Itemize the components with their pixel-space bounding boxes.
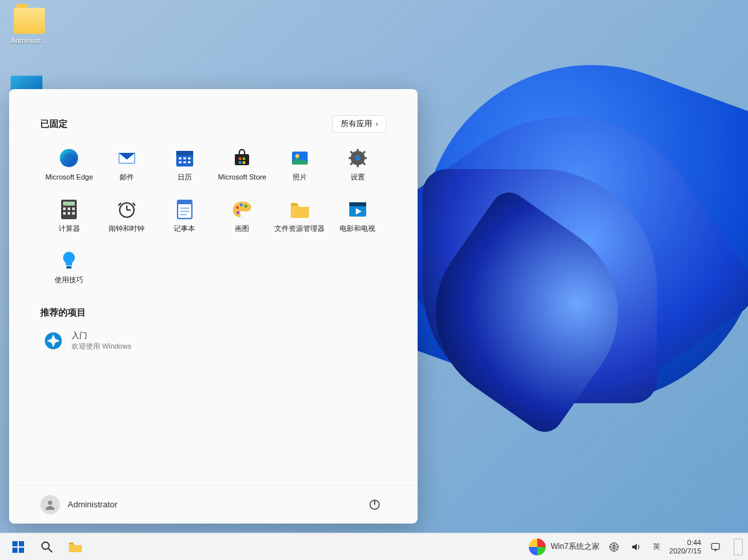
- folder-icon: [289, 198, 311, 220]
- clock-time: 0:44: [669, 539, 701, 547]
- chevron-right-icon: ›: [376, 120, 378, 127]
- svg-rect-32: [68, 212, 70, 215]
- pinned-app-label: 邮件: [120, 173, 134, 181]
- notepad-icon: [174, 198, 196, 220]
- power-icon: [369, 499, 381, 511]
- taskbar-explorer[interactable]: [62, 536, 88, 558]
- user-account-button[interactable]: Administrator: [40, 495, 118, 514]
- pinned-header: 已固定 所有应用 ›: [40, 115, 386, 133]
- svg-rect-4: [183, 157, 186, 159]
- svg-rect-13: [243, 161, 245, 164]
- pinned-app-label: 设置: [351, 173, 365, 181]
- svg-point-45: [237, 211, 240, 215]
- mail-icon: [116, 147, 138, 169]
- pinned-app-explorer[interactable]: 文件资源管理器: [271, 194, 329, 237]
- desktop-icon-label: Administr…: [7, 36, 52, 44]
- store-icon: [231, 147, 253, 169]
- folder-icon: [14, 8, 45, 34]
- movies-icon: [347, 198, 369, 220]
- taskbar: Win7系统之家 英 0:44 2020/7/15: [0, 533, 748, 560]
- pinned-app-mail[interactable]: 邮件: [98, 143, 156, 185]
- recommended-section: 推荐的项目 入门 欢迎使用 Windows: [40, 307, 386, 356]
- recommended-item-getstarted[interactable]: 入门 欢迎使用 Windows: [40, 325, 386, 356]
- svg-rect-30: [72, 207, 75, 210]
- svg-rect-5: [188, 157, 191, 159]
- pinned-app-photos[interactable]: 照片: [271, 143, 329, 185]
- svg-rect-18: [356, 149, 358, 152]
- svg-rect-2: [176, 151, 193, 155]
- pinned-app-label: 画图: [235, 224, 249, 233]
- pinned-title: 已固定: [40, 118, 68, 130]
- pinned-app-calculator[interactable]: 计算器: [40, 194, 98, 237]
- tray-ime[interactable]: 英: [650, 540, 663, 553]
- tray-network-icon[interactable]: [606, 540, 622, 553]
- all-apps-button[interactable]: 所有应用 ›: [332, 115, 386, 133]
- pinned-app-label: 文件资源管理器: [274, 224, 325, 233]
- pinned-app-label: 闹钟和时钟: [109, 224, 144, 233]
- pinned-app-paint[interactable]: 画图: [213, 194, 271, 237]
- svg-rect-49: [66, 266, 72, 269]
- svg-point-44: [245, 205, 248, 208]
- svg-rect-7: [183, 161, 186, 163]
- svg-rect-20: [349, 157, 352, 159]
- taskbar-clock[interactable]: 0:44 2020/7/15: [669, 539, 701, 555]
- user-name: Administrator: [68, 500, 118, 509]
- desktop: Administr… 已固定 所有应用 › Microsoft Edge: [0, 0, 748, 560]
- svg-rect-9: [235, 154, 249, 165]
- pinned-app-label: Microsoft Edge: [46, 173, 93, 181]
- pinned-app-label: 照片: [293, 173, 307, 181]
- svg-rect-56: [19, 541, 24, 546]
- pinned-app-tips[interactable]: 使用技巧: [40, 246, 98, 288]
- palette-icon: [231, 198, 253, 220]
- pinned-app-store[interactable]: Microsoft Store: [213, 143, 271, 185]
- get-started-icon: [43, 330, 64, 351]
- pinned-app-label: 使用技巧: [55, 276, 83, 284]
- pinned-app-calendar[interactable]: 日历: [155, 143, 213, 185]
- svg-rect-62: [712, 543, 719, 549]
- svg-rect-47: [349, 202, 366, 206]
- svg-rect-55: [12, 541, 18, 546]
- pinned-app-label: 计算器: [59, 224, 80, 233]
- svg-point-42: [236, 206, 239, 209]
- search-icon: [40, 540, 53, 553]
- desktop-icon-folder[interactable]: Administr…: [7, 8, 52, 44]
- svg-rect-3: [179, 157, 181, 159]
- svg-rect-21: [364, 157, 367, 159]
- clock-date: 2020/7/15: [669, 547, 701, 555]
- power-button[interactable]: [363, 493, 386, 516]
- svg-rect-6: [179, 161, 181, 163]
- svg-rect-38: [178, 200, 192, 204]
- search-button[interactable]: [34, 536, 60, 558]
- clock-icon: [116, 198, 138, 220]
- edge-icon: [58, 147, 80, 169]
- watermark: Win7系统之家: [529, 539, 600, 555]
- pinned-app-label: Microsoft Store: [218, 173, 266, 181]
- folder-icon: [68, 540, 83, 553]
- watermark-logo-icon: [529, 539, 546, 555]
- svg-rect-31: [63, 212, 66, 215]
- svg-rect-58: [19, 548, 24, 553]
- pinned-app-edge[interactable]: Microsoft Edge: [40, 143, 98, 185]
- photos-icon: [289, 147, 311, 169]
- svg-point-43: [240, 204, 243, 207]
- lightbulb-icon: [58, 250, 80, 272]
- svg-point-17: [355, 155, 360, 161]
- pinned-app-movies[interactable]: 电影和电视: [328, 194, 386, 237]
- pinned-app-notepad[interactable]: 记事本: [155, 194, 213, 237]
- tray-volume-icon[interactable]: [628, 540, 644, 553]
- watermark-text: Win7系统之家: [551, 542, 600, 551]
- svg-point-52: [48, 500, 52, 504]
- windows-logo-icon: [12, 540, 25, 553]
- tray-notifications-icon[interactable]: [708, 540, 723, 553]
- svg-line-60: [49, 548, 53, 552]
- recommended-item-subtitle: 欢迎使用 Windows: [72, 341, 131, 351]
- svg-rect-12: [239, 161, 241, 164]
- start-button[interactable]: [5, 536, 31, 558]
- svg-rect-11: [243, 157, 245, 160]
- pinned-app-settings[interactable]: 设置: [328, 143, 386, 185]
- show-desktop-button[interactable]: [734, 539, 743, 555]
- svg-rect-28: [63, 207, 66, 210]
- svg-rect-33: [72, 212, 75, 215]
- pinned-app-alarm[interactable]: 闹钟和时钟: [98, 194, 156, 237]
- svg-rect-19: [356, 164, 358, 167]
